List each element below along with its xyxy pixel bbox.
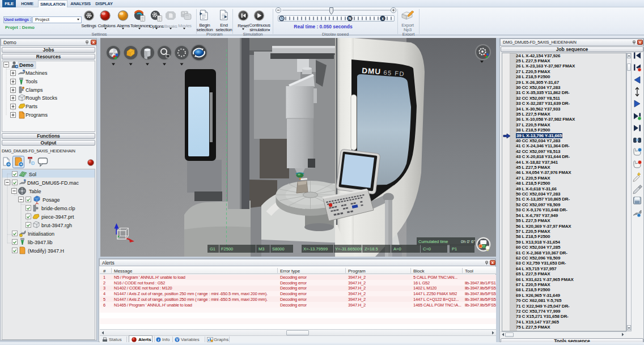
svg-text:Sol: Sol bbox=[29, 172, 36, 177]
svg-text:C=0: C=0 bbox=[423, 246, 431, 252]
svg-text:M3: M3 bbox=[259, 246, 264, 252]
svg-text:V: V bbox=[176, 338, 179, 342]
svg-text:brut-3947.rgh: brut-3947.rgh bbox=[41, 223, 72, 228]
svg-text:(Modify) 3947.H: (Modify) 3947.H bbox=[28, 248, 64, 254]
svg-text:Initialisation: Initialisation bbox=[28, 231, 54, 237]
svg-text:Demo: Demo bbox=[19, 62, 34, 68]
svg-text:G1: G1 bbox=[210, 246, 215, 252]
svg-text:Y=-31.665009: Y=-31.665009 bbox=[335, 246, 362, 252]
svg-text:piece-3947.prt: piece-3947.prt bbox=[41, 214, 74, 220]
svg-text:0h 0' 6": 0h 0' 6" bbox=[461, 239, 475, 244]
svg-text:i: i bbox=[158, 338, 159, 342]
svg-text:A=0: A=0 bbox=[393, 246, 401, 252]
svg-text:Programs: Programs bbox=[26, 112, 48, 118]
svg-text:Posage: Posage bbox=[43, 197, 60, 203]
svg-text:Rough Stocks: Rough Stocks bbox=[26, 95, 58, 101]
svg-text:S8000: S8000 bbox=[272, 246, 285, 252]
svg-text:Cumulated time: Cumulated time bbox=[418, 239, 448, 244]
svg-text:lib-3947.lib: lib-3947.lib bbox=[28, 240, 53, 245]
svg-text:P1: P1 bbox=[452, 246, 457, 252]
svg-text:Parts: Parts bbox=[26, 104, 38, 109]
svg-text:F2500: F2500 bbox=[221, 246, 233, 252]
svg-text:Tools: Tools bbox=[26, 79, 38, 84]
svg-text:x: x bbox=[382, 16, 384, 20]
svg-text:X=-13.79599: X=-13.79599 bbox=[303, 246, 328, 252]
svg-text:DMG_DMU65-FD.mac: DMG_DMU65-FD.mac bbox=[27, 180, 79, 186]
svg-text:Z=18.5: Z=18.5 bbox=[365, 246, 378, 252]
svg-text:N: N bbox=[348, 16, 351, 20]
svg-text:Table: Table bbox=[29, 189, 41, 194]
svg-text:Machines: Machines bbox=[26, 70, 48, 76]
svg-text:Clamps: Clamps bbox=[26, 87, 43, 93]
svg-text:bride-demo.clp: bride-demo.clp bbox=[41, 206, 75, 211]
